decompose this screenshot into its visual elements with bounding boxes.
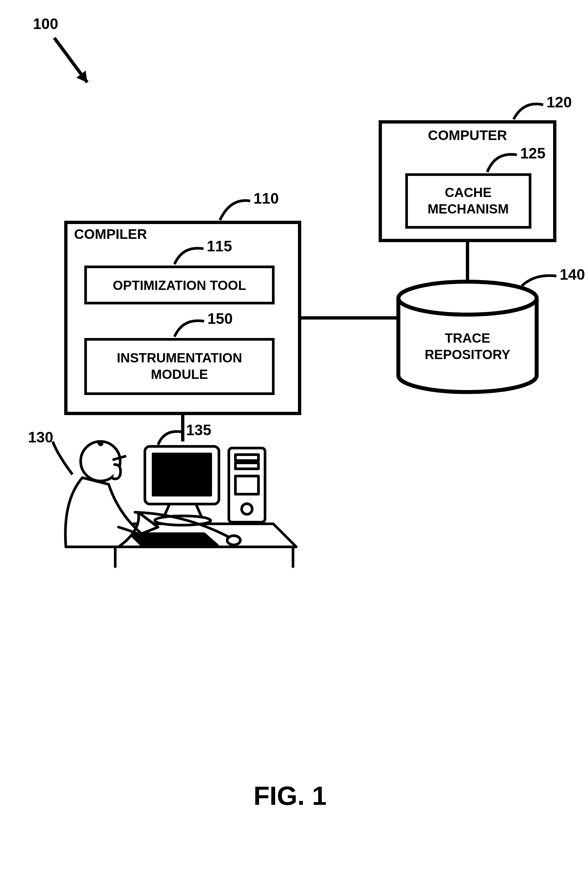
cache-label-2: MECHANISM (428, 201, 509, 216)
instrumentation-label-1: INSTRUMENTATION (117, 350, 242, 365)
computer-box: COMPUTER CACHE MECHANISM (380, 122, 555, 241)
ref-100: 100 (33, 15, 58, 33)
repo-label-2: REPOSITORY (425, 347, 510, 362)
svg-point-5 (398, 282, 537, 315)
ref-135-callout (158, 431, 184, 445)
ref-135: 135 (186, 421, 212, 439)
figure-arrow (54, 38, 87, 83)
tower-icon (229, 448, 265, 522)
optimization-tool-box: OPTIMIZATION TOOL (86, 267, 273, 303)
optimization-tool-label: OPTIMIZATION TOOL (112, 278, 246, 293)
ref-150-callout (174, 321, 204, 337)
ref-120-callout (514, 104, 543, 119)
user-terminal-icon (66, 442, 296, 567)
diagram-svg: COMPILER OPTIMIZATION TOOL INSTRUMENTATI… (0, 0, 588, 875)
svg-rect-11 (153, 454, 211, 495)
svg-rect-4 (406, 174, 530, 227)
ref-125-callout (487, 155, 517, 172)
computer-title: COMPUTER (428, 128, 507, 143)
svg-rect-0 (66, 223, 300, 413)
repo-label-1: TRACE (445, 331, 490, 345)
ref-110: 110 (254, 189, 279, 207)
ref-140: 140 (560, 266, 585, 283)
figure-canvas: COMPILER OPTIMIZATION TOOL INSTRUMENTATI… (0, 0, 588, 875)
ref-150: 150 (207, 310, 233, 328)
trace-repository-cylinder: TRACE REPOSITORY (398, 282, 537, 392)
instrumentation-label-2: MODULE (151, 367, 208, 382)
ref-120: 120 (546, 93, 572, 111)
ref-140-callout (522, 276, 556, 286)
compiler-box: COMPILER OPTIMIZATION TOOL INSTRUMENTATI… (66, 223, 300, 413)
svg-rect-2 (86, 339, 273, 394)
ref-115: 115 (207, 237, 232, 255)
ref-110-callout (220, 201, 250, 220)
compiler-title: COMPILER (74, 226, 147, 242)
ref-125: 125 (520, 144, 546, 162)
cache-mechanism-box: CACHE MECHANISM (406, 174, 530, 227)
figure-caption: FIG. 1 (254, 781, 327, 811)
instrumentation-module-box: INSTRUMENTATION MODULE (86, 339, 273, 394)
ref-130: 130 (28, 428, 53, 446)
ref-115-callout (174, 248, 204, 264)
cache-label-1: CACHE (445, 185, 492, 200)
ref-130-callout (52, 442, 72, 474)
